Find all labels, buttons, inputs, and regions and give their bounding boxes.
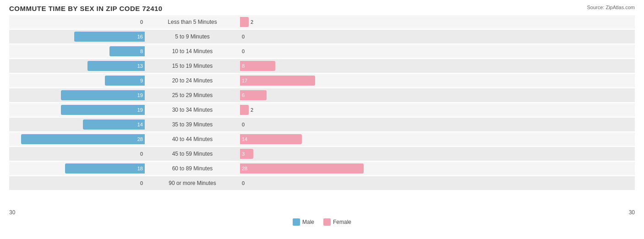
row-label: 45 to 59 Minutes [147,151,238,157]
male-side: 0 [9,149,147,159]
row-label: 20 to 24 Minutes [147,77,238,84]
female-value: 6 [242,92,245,98]
chart-area: 0 Less than 5 Minutes 2 16 5 to 9 Minute… [9,15,635,207]
female-value: 2 [251,107,253,113]
female-value: 0 [242,49,245,54]
chart-row: 8 10 to 14 Minutes 0 [9,44,635,58]
female-side: 0 [238,178,376,188]
chart-row: 19 30 to 34 Minutes 2 [9,103,635,117]
chart-row: 0 90 or more Minutes 0 [9,176,635,190]
female-value: 8 [242,63,245,69]
axis-left: 30 [9,209,15,216]
male-value: 19 [137,107,143,113]
male-side: 19 [9,105,147,115]
chart-row: 13 15 to 19 Minutes 8 [9,59,635,73]
male-bar: 14 [83,120,145,130]
male-bar-wrapper: 0 [9,17,145,27]
legend: Male Female [9,218,635,226]
male-bar: 18 [65,163,145,174]
female-side: 0 [238,46,376,56]
male-bar-wrapper: 19 [9,90,145,100]
female-bar-wrapper: 6 [240,90,376,100]
legend-male: Male [293,218,314,226]
male-bar: 16 [74,32,145,42]
female-value: 0 [242,180,245,186]
male-side: 18 [9,163,147,174]
male-bar-wrapper: 28 [9,134,145,144]
male-value: 0 [140,180,143,186]
female-bar: 8 [240,61,275,71]
male-bar: 28 [21,134,145,144]
chart-row: 14 35 to 39 Minutes 0 [9,118,635,131]
male-value: 9 [140,78,143,83]
male-bar-wrapper: 16 [9,32,145,42]
male-side: 8 [9,46,147,56]
male-bar: 9 [105,76,145,86]
female-side: 17 [238,76,376,86]
male-side: 19 [9,90,147,100]
female-value: 14 [242,136,247,142]
female-bar-wrapper: 8 [240,61,376,71]
female-bar: 3 [240,149,253,159]
male-side: 9 [9,76,147,86]
row-label: 35 to 39 Minutes [147,121,238,128]
female-bar-wrapper: 2 [240,17,376,27]
male-bar-wrapper: 0 [9,149,145,159]
female-side: 2 [238,17,376,27]
female-value: 0 [242,122,245,127]
female-side: 2 [238,105,376,115]
male-bar: 19 [61,105,145,115]
female-bar: 17 [240,76,315,86]
legend-female-box [323,218,331,226]
female-bar-wrapper: 17 [240,76,376,86]
female-side: 8 [238,61,376,71]
male-bar-wrapper: 18 [9,163,145,174]
male-value: 8 [140,49,143,54]
row-label: 60 to 89 Minutes [147,165,238,172]
male-bar: 19 [61,90,145,100]
male-side: 16 [9,32,147,42]
female-bar-wrapper: 0 [240,46,376,56]
female-bar-wrapper: 14 [240,134,376,144]
male-value: 28 [137,136,143,142]
female-bar: 6 [240,90,267,100]
chart-title: COMMUTE TIME BY SEX IN ZIP CODE 72410 [9,5,635,12]
female-bar: 28 [240,163,364,174]
chart-row: 9 20 to 24 Minutes 17 [9,74,635,87]
chart-row: 28 40 to 44 Minutes 14 [9,132,635,146]
row-label: 10 to 14 Minutes [147,48,238,54]
row-label: 5 to 9 Minutes [147,33,238,40]
row-label: 30 to 34 Minutes [147,107,238,113]
female-value: 0 [242,34,245,39]
male-bar-wrapper: 13 [9,61,145,71]
female-side: 0 [238,120,376,130]
female-bar: 2 [240,17,249,27]
male-bar-wrapper: 8 [9,46,145,56]
axis-right: 30 [629,209,635,216]
male-side: 13 [9,61,147,71]
male-value: 13 [137,63,143,69]
female-bar: 2 [240,105,249,115]
female-bar-wrapper: 0 [240,178,376,188]
female-value: 28 [242,166,247,171]
male-bar-wrapper: 0 [9,178,145,188]
female-side: 3 [238,149,376,159]
legend-male-label: Male [302,219,314,225]
legend-female: Female [323,218,351,226]
male-side: 28 [9,134,147,144]
female-side: 0 [238,32,376,42]
female-bar-wrapper: 28 [240,163,376,174]
legend-male-box [293,218,300,226]
female-value: 17 [242,78,247,83]
chart-container: COMMUTE TIME BY SEX IN ZIP CODE 72410 So… [0,0,644,239]
male-value: 0 [140,19,143,25]
row-label: 40 to 44 Minutes [147,136,238,142]
female-bar-wrapper: 2 [240,105,376,115]
male-value: 0 [140,151,143,157]
chart-row: 0 45 to 59 Minutes 3 [9,147,635,161]
chart-row: 18 60 to 89 Minutes 28 [9,162,635,175]
male-value: 19 [137,92,143,98]
male-value: 14 [137,122,143,127]
male-value: 16 [137,34,143,39]
source-text: Source: ZipAtlas.com [587,5,635,10]
